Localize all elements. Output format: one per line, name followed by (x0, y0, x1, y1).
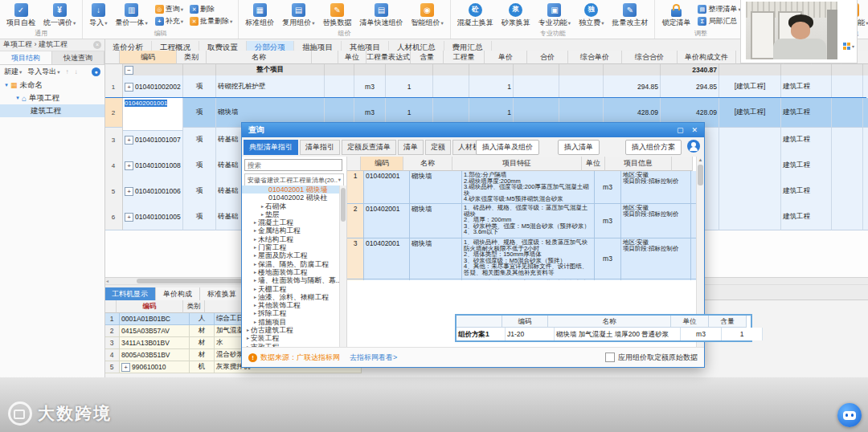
dialog-column-header-0[interactable] (347, 157, 361, 171)
dialog-table-row[interactable]: 3010402001砌块墙1、砌块品种、规格、强度级：轻质蒸压加气块防火墙耐火极… (347, 238, 704, 279)
supplement-button[interactable]: +补充▾ (154, 16, 185, 26)
move-down-icon[interactable]: ↓ (75, 68, 78, 75)
column-header-blank[interactable] (312, 51, 338, 64)
tree-item[interactable]: ▸措施项目 (242, 318, 340, 326)
ribbon-overflow-icon[interactable]: ▾ (843, 43, 854, 50)
user-account-icon[interactable] (687, 140, 700, 153)
lock-list-button[interactable]: 锁定清单 (659, 2, 693, 29)
quick-price-button[interactable]: ▤清单快速组价 (358, 2, 406, 29)
import-button[interactable]: ↓导入▾ (87, 2, 109, 29)
table-row[interactable]: −整个项目2340.8720m以下 (104, 64, 866, 75)
dialog-table-row[interactable]: 2010402001砌块墙1、砖品种、规格、强度等级：蒸压加气混凝土砌块2、墙厚… (347, 204, 704, 238)
tree-item-building-project[interactable]: 建筑工程 (0, 104, 104, 117)
apply-original-data-checkbox[interactable] (605, 353, 615, 362)
tree-item[interactable]: ▸墙、柱面装饰与隔断、幕... (242, 276, 340, 284)
tree-item[interactable]: ▸金属结构工程 (242, 226, 340, 234)
assistant-robot-icon[interactable] (837, 403, 862, 427)
tree-item[interactable]: ▸保温、隔热、防腐工程 (242, 260, 340, 268)
dialog-column-header-6[interactable] (672, 157, 693, 171)
column-header-expr[interactable]: 工程量表达式 (366, 51, 411, 64)
column-header-name[interactable]: 名称 (207, 51, 312, 64)
unify-price-button[interactable]: ¥统一调价▾ (41, 2, 78, 29)
tree-item[interactable]: ▸其他装饰工程 (242, 301, 340, 309)
tree-item[interactable]: 010402001砌块墙 (242, 185, 340, 194)
tree-item[interactable]: ▸拆除工程 (242, 309, 340, 317)
tree-item[interactable]: ▸混凝土工程 (242, 218, 340, 226)
tree-item[interactable]: ▸石砌体 (242, 202, 340, 210)
independent-fee-button[interactable]: 独独立费▾ (576, 2, 606, 29)
quantity-price-button[interactable]: ▥量价一体▾ (113, 2, 150, 29)
tree-item[interactable]: ▸门窗工程 (242, 243, 340, 251)
tab-unit-price-composition[interactable]: 单价构成 (156, 287, 200, 301)
scroll-left-icon[interactable]: ◂ (106, 278, 108, 284)
insert-price-plan-button[interactable]: 插入组价方案 (625, 140, 682, 155)
panel-column-header-code[interactable]: 编码 (117, 300, 183, 313)
tree-item-single-project[interactable]: ▾ ⌂ 单项工程 (0, 92, 104, 104)
index-site-link[interactable]: 去指标网看看> (350, 353, 397, 363)
insert-list-and-price-button[interactable]: 插入清单及组价 (476, 140, 539, 155)
batch-edit-material-button[interactable]: ✎批量改主材 (609, 2, 650, 29)
tree-item[interactable]: ▸垫层 (242, 210, 340, 218)
partial-summary-button[interactable]: Σ局部汇总 (696, 16, 742, 26)
collapse-sidebar-icon[interactable]: × (93, 41, 101, 49)
tab-typical-list-guide[interactable]: 典型清单指引 (244, 140, 298, 155)
maximize-icon[interactable]: ▢ (677, 126, 684, 134)
replace-data-button[interactable]: ✎替换数据 (321, 2, 354, 29)
column-header-code[interactable]: 编码 (120, 51, 177, 64)
column-header-price_file[interactable]: 单价构成文件 (678, 51, 736, 64)
import-export-button[interactable]: 导入导出▾ (27, 67, 59, 77)
project-check-button[interactable]: ✓项目自检 (4, 2, 38, 29)
tab-project-structure[interactable]: 项目结构 (0, 51, 52, 64)
tab-quick-query[interactable]: 快速查询 (52, 51, 104, 64)
reuse-price-button[interactable]: ▤复用组价▾ (280, 2, 317, 29)
column-header-comp_price[interactable]: 综合单价 (568, 51, 622, 64)
tree-item-project[interactable]: ▾ ▦ 未命名 (0, 79, 104, 92)
new-button[interactable]: 新建▾ (4, 67, 22, 77)
tab-standard-conversion[interactable]: 标准换算 (200, 287, 244, 301)
tree-item[interactable]: ▸安装工程 (242, 334, 340, 342)
pro-functions-button[interactable]: ▣专业功能▾ (536, 2, 573, 29)
table-row[interactable]: 1+010401002002项砖砌挖孔桩护壁m311294.85294.85[建… (104, 75, 866, 98)
panel-column-header-num[interactable] (104, 300, 117, 313)
dialog-table-row[interactable]: 1010402001砌块墙1.部位:分户隔墙2.砌块墙厚度:200mm3.砌块品… (347, 171, 704, 204)
organize-list-button[interactable]: ▤整理清单▾ (696, 4, 742, 14)
standard-price-button[interactable]: ▦标准组价 (243, 2, 276, 29)
column-header-unit[interactable]: 单位 (338, 51, 366, 64)
tree-item[interactable]: ▸仿古建筑工程 (242, 326, 340, 334)
plan-row[interactable]: 组价方案1J1-20砌块墙 加气混凝土 墙厚200 普通砂浆m31 (457, 328, 751, 340)
smart-price-button[interactable]: ◉智能组价▾ (409, 2, 446, 29)
close-icon[interactable]: ✕ (691, 126, 698, 134)
tab-list-guide[interactable]: 清单指引 (300, 140, 340, 155)
concrete-button[interactable]: 砼混凝土换算 (455, 2, 496, 29)
column-header-price[interactable]: 单价 (485, 51, 527, 64)
column-header-num[interactable] (104, 51, 120, 64)
column-header-qty[interactable]: 工程量 (444, 51, 485, 64)
tree-item[interactable]: 010402002砌块柱 (242, 194, 340, 202)
tree-item[interactable]: ▸天棚工程 (242, 285, 340, 293)
batch-delete-button[interactable]: ✕批量删除▾ (188, 16, 234, 26)
dialog-column-header-2[interactable]: 名称 (403, 157, 452, 171)
expand-icon[interactable]: + (125, 161, 133, 170)
delete-button[interactable]: ✕删除 (188, 4, 234, 14)
dialog-column-header-4[interactable]: 单位 (582, 157, 605, 171)
collapse-icon[interactable]: − (125, 66, 133, 75)
column-header-comp_total[interactable]: 综合合价 (622, 51, 678, 64)
expand-icon[interactable]: + (121, 363, 130, 372)
expand-icon[interactable]: + (125, 213, 133, 222)
list-standard-dropdown[interactable]: 安徽省建设工程工程量清单(20... ▾ (244, 173, 344, 186)
move-up-icon[interactable]: ↑ (66, 68, 69, 75)
insert-list-button[interactable]: 插入清单 (558, 140, 600, 155)
mortar-button[interactable]: 浆砂浆换算 (499, 2, 533, 29)
search-button[interactable]: ◎查询▾ (154, 4, 185, 14)
column-header-total[interactable]: 合价 (527, 51, 568, 64)
tree-item[interactable]: ▸木结构工程 (242, 235, 340, 243)
locate-icon[interactable]: ● (92, 67, 100, 76)
column-header-cat[interactable]: 类别 (177, 51, 207, 64)
tree-item[interactable]: ▸油漆、涂料、裱糊工程 (242, 293, 340, 301)
dialog-table-row[interactable]: 1、砖品种、规格、强度等级：蒸压加气混凝土 (347, 279, 704, 280)
dialog-titlebar[interactable]: 查询 ▢ ✕ (242, 123, 704, 137)
tab-labor-material-display[interactable]: 工料机显示 (104, 287, 156, 301)
dialog-column-header-1[interactable]: 编码 (361, 157, 403, 171)
expand-icon[interactable]: + (125, 83, 133, 92)
column-header-content[interactable]: 含量 (411, 51, 444, 64)
